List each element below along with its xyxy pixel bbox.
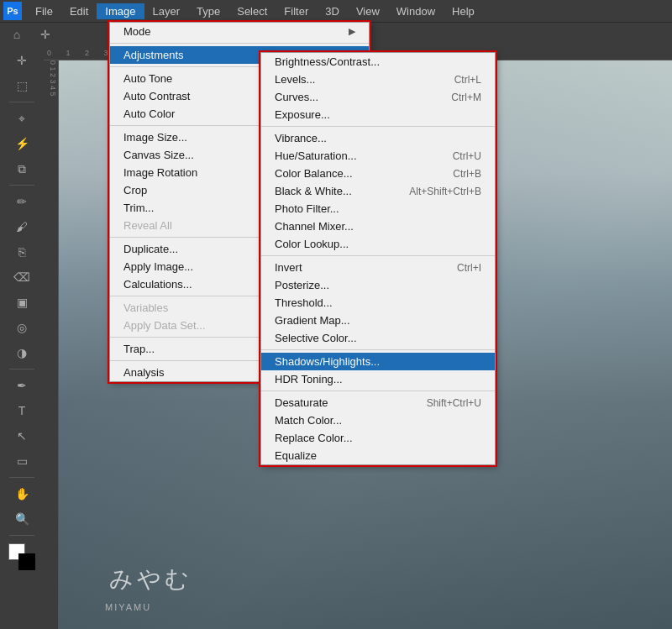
menu-item-channel-mixer-label: Channel Mixer... — [275, 220, 354, 233]
ruler-vertical: 0 1 2 3 4 5 — [44, 60, 59, 629]
menu-item-duplicate-label: Duplicate... — [123, 243, 178, 255]
menu-item-replace-color-label: Replace Color... — [275, 432, 353, 444]
blur-tool[interactable]: ◎ — [10, 316, 34, 339]
dodge-tool[interactable]: ◑ — [10, 341, 34, 364]
menu-item-color-balance[interactable]: Color Balance... Ctrl+B — [261, 165, 495, 182]
menu-item-threshold-label: Threshold... — [275, 296, 333, 309]
menu-layer[interactable]: Layer — [144, 3, 189, 19]
move-tool-btn[interactable]: ✛ — [34, 23, 57, 46]
menu-item-invert-label: Invert — [275, 261, 302, 274]
path-select-tool[interactable]: ↖ — [10, 424, 34, 448]
background-color[interactable] — [18, 553, 35, 570]
menu-item-brightness-contrast[interactable]: Brightness/Contrast... — [261, 53, 495, 71]
menu-item-posterize[interactable]: Posterize... — [261, 276, 495, 294]
menu-item-replace-color[interactable]: Replace Color... — [261, 429, 495, 447]
menu-shortcut-desaturate: Shift+Ctrl+U — [427, 397, 481, 409]
menu-item-shadows-highlights[interactable]: Shadows/Highlights... — [261, 353, 495, 370]
color-swatch[interactable] — [8, 543, 35, 570]
clone-stamp-tool[interactable]: ⎘ — [10, 240, 34, 264]
menu-item-black-white-label: Black & White... — [275, 185, 352, 197]
menu-item-vibrance[interactable]: Vibrance... — [261, 129, 495, 147]
menu-item-variables-label: Variables — [123, 301, 168, 314]
paint-bucket-tool[interactable]: ▣ — [10, 291, 34, 314]
adj-sep3 — [261, 349, 495, 350]
menu-item-gradient-map[interactable]: Gradient Map... — [261, 312, 495, 329]
menu-item-image-size-label: Image Size... — [123, 131, 187, 144]
quick-select-tool[interactable]: ⚡ — [10, 132, 34, 155]
menu-3d[interactable]: 3D — [317, 3, 348, 19]
eyedropper-tool[interactable]: ✏ — [10, 190, 34, 213]
tool-divider-2 — [9, 185, 34, 186]
menu-shortcut-invert: Ctrl+I — [457, 262, 481, 274]
brush-tool[interactable]: 🖌 — [10, 215, 34, 238]
menu-item-trap-label: Trap... — [123, 343, 155, 355]
menu-item-levels[interactable]: Levels... Ctrl+L — [261, 71, 495, 88]
menu-item-invert[interactable]: Invert Ctrl+I — [261, 259, 495, 276]
menu-item-auto-tone-label: Auto Tone — [123, 72, 172, 85]
menu-item-color-lookup[interactable]: Color Lookup... — [261, 235, 495, 253]
menu-item-threshold[interactable]: Threshold... — [261, 294, 495, 312]
menu-item-gradient-map-label: Gradient Map... — [275, 314, 350, 327]
menu-item-match-color-label: Match Color... — [275, 414, 342, 427]
adj-sep4 — [261, 391, 495, 391]
menu-item-black-white[interactable]: Black & White... Alt+Shift+Ctrl+B — [261, 182, 495, 200]
menu-type[interactable]: Type — [188, 3, 228, 19]
menu-image[interactable]: Image — [97, 3, 144, 19]
menu-window[interactable]: Window — [388, 3, 444, 19]
menu-item-vibrance-label: Vibrance... — [275, 132, 327, 144]
menu-edit[interactable]: Edit — [61, 3, 97, 19]
menu-item-photo-filter[interactable]: Photo Filter... — [261, 200, 495, 218]
menu-shortcut-hue-saturation: Ctrl+U — [453, 150, 481, 162]
menu-item-calculations-label: Calculations... — [123, 278, 192, 291]
menu-item-brightness-contrast-label: Brightness/Contrast... — [275, 55, 380, 68]
menu-shortcut-black-white: Alt+Shift+Ctrl+B — [409, 186, 481, 197]
menu-help[interactable]: Help — [444, 3, 483, 19]
adjustments-menu[interactable]: Brightness/Contrast... Levels... Ctrl+L … — [260, 52, 496, 465]
menu-item-match-color[interactable]: Match Color... — [261, 411, 495, 429]
menu-item-hue-saturation[interactable]: Hue/Saturation... Ctrl+U — [261, 147, 495, 165]
menu-shortcut-levels: Ctrl+L — [454, 74, 481, 86]
menu-item-mode[interactable]: Mode ▶ — [110, 23, 369, 40]
menu-bar: Ps File Edit Image Layer Type Select Fil… — [0, 0, 672, 22]
home-btn[interactable]: ⌂ — [5, 23, 29, 46]
menu-file[interactable]: File — [27, 3, 61, 19]
menu-item-crop-label: Crop — [123, 184, 147, 197]
menu-item-apply-data-set-label: Apply Data Set... — [123, 319, 206, 332]
menu-item-hue-saturation-label: Hue/Saturation... — [275, 149, 357, 162]
menu-filter[interactable]: Filter — [276, 3, 317, 19]
canvas-japanese-text: みやむ — [109, 563, 192, 595]
shape-tool[interactable]: ▭ — [10, 449, 34, 473]
pen-tool[interactable]: ✒ — [10, 374, 34, 397]
menu-item-exposure[interactable]: Exposure... — [261, 106, 495, 123]
move-tool[interactable]: ✛ — [10, 49, 34, 72]
marquee-tool[interactable]: ⬚ — [10, 74, 34, 97]
eraser-tool[interactable]: ⌫ — [10, 265, 34, 289]
ruler-v-label: 0 1 2 3 4 5 — [49, 60, 57, 97]
menu-select[interactable]: Select — [228, 3, 276, 19]
menu-item-selective-color[interactable]: Selective Color... — [261, 329, 495, 347]
sep1 — [110, 43, 369, 44]
menu-shortcut-curves: Ctrl+M — [451, 92, 481, 103]
type-tool[interactable]: T — [10, 399, 34, 422]
zoom-tool[interactable]: 🔍 — [10, 507, 34, 531]
menu-shortcut-color-balance: Ctrl+B — [453, 168, 481, 180]
menu-item-hdr-toning[interactable]: HDR Toning... — [261, 370, 495, 388]
lasso-tool[interactable]: ⌖ — [10, 107, 34, 130]
left-panel: ✛ ⬚ ⌖ ⚡ ⧉ ✏ 🖌 ⎘ ⌫ ▣ ◎ ◑ ✒ T ↖ ▭ ✋ 🔍 — [0, 45, 44, 629]
menu-item-canvas-size-label: Canvas Size... — [123, 149, 194, 161]
menu-item-curves[interactable]: Curves... Ctrl+M — [261, 88, 495, 106]
tool-divider-1 — [9, 102, 34, 102]
menu-view[interactable]: View — [348, 3, 388, 19]
menu-item-analysis-label: Analysis — [123, 366, 164, 379]
menu-item-exposure-label: Exposure... — [275, 108, 330, 121]
menu-item-equalize[interactable]: Equalize — [261, 447, 495, 464]
menu-item-mode-label: Mode — [123, 25, 151, 38]
menu-item-channel-mixer[interactable]: Channel Mixer... — [261, 218, 495, 235]
adj-sep2 — [261, 255, 495, 256]
menu-item-equalize-label: Equalize — [275, 449, 317, 462]
menu-item-desaturate[interactable]: Desaturate Shift+Ctrl+U — [261, 394, 495, 411]
ps-logo: Ps — [3, 2, 22, 20]
menu-arrow-mode: ▶ — [349, 26, 355, 37]
hand-tool[interactable]: ✋ — [10, 482, 34, 506]
crop-tool[interactable]: ⧉ — [10, 157, 34, 181]
